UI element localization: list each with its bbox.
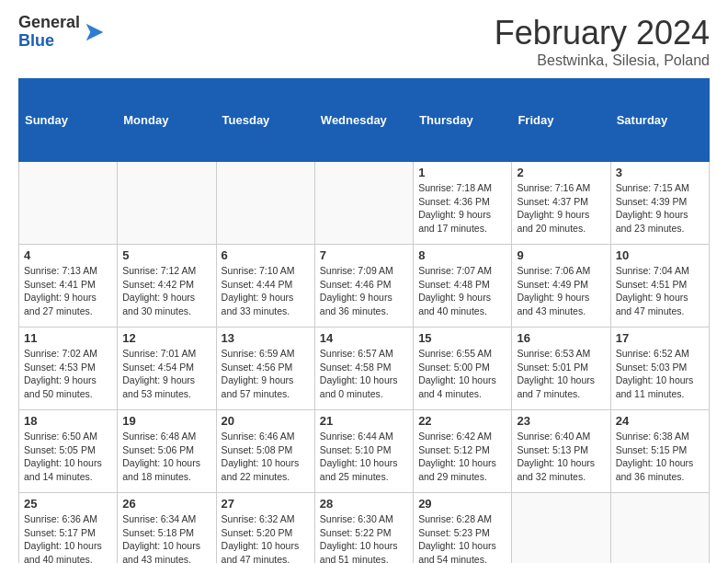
day-number: 13: [222, 331, 310, 345]
logo-general: General: [18, 14, 80, 32]
day-info: Sunrise: 6:53 AM Sunset: 5:01 PM Dayligh…: [517, 347, 605, 401]
day-number: 10: [616, 248, 704, 262]
calendar-week-row: 11Sunrise: 7:02 AM Sunset: 4:53 PM Dayli…: [19, 327, 710, 410]
day-number: 18: [24, 414, 112, 428]
day-info: Sunrise: 7:09 AM Sunset: 4:46 PM Dayligh…: [320, 264, 408, 318]
calendar-week-row: 18Sunrise: 6:50 AM Sunset: 5:05 PM Dayli…: [19, 410, 710, 493]
table-row: [610, 493, 709, 564]
day-number: 15: [418, 331, 506, 345]
day-info: Sunrise: 6:42 AM Sunset: 5:12 PM Dayligh…: [418, 430, 506, 484]
logo-blue: Blue: [18, 32, 80, 51]
weekday-thursday: Thursday: [414, 79, 512, 162]
day-number: 24: [616, 414, 704, 428]
calendar-header-row: Sunday Monday Tuesday Wednesday Thursday…: [19, 79, 710, 162]
table-row: 22Sunrise: 6:42 AM Sunset: 5:12 PM Dayli…: [414, 410, 512, 493]
day-number: 29: [418, 497, 506, 511]
day-info: Sunrise: 6:36 AM Sunset: 5:17 PM Dayligh…: [24, 512, 112, 563]
day-info: Sunrise: 7:15 AM Sunset: 4:39 PM Dayligh…: [616, 181, 704, 236]
calendar-week-row: 4Sunrise: 7:13 AM Sunset: 4:41 PM Daylig…: [19, 245, 710, 327]
table-row: 1Sunrise: 7:18 AM Sunset: 4:36 PM Daylig…: [414, 162, 512, 245]
title-block: February 2024 Bestwinka, Silesia, Poland: [495, 14, 710, 69]
day-number: 4: [24, 248, 112, 262]
table-row: 21Sunrise: 6:44 AM Sunset: 5:10 PM Dayli…: [314, 410, 413, 493]
day-number: 23: [517, 414, 605, 428]
table-row: 15Sunrise: 6:55 AM Sunset: 5:00 PM Dayli…: [414, 327, 512, 410]
weekday-saturday: Saturday: [610, 79, 709, 162]
day-info: Sunrise: 6:46 AM Sunset: 5:08 PM Dayligh…: [222, 430, 310, 484]
day-info: Sunrise: 7:01 AM Sunset: 4:54 PM Dayligh…: [122, 347, 210, 401]
day-info: Sunrise: 6:28 AM Sunset: 5:23 PM Dayligh…: [418, 512, 506, 563]
day-number: 17: [616, 331, 704, 345]
day-info: Sunrise: 7:06 AM Sunset: 4:49 PM Dayligh…: [517, 264, 605, 318]
day-info: Sunrise: 7:18 AM Sunset: 4:36 PM Dayligh…: [418, 181, 506, 236]
day-number: 11: [24, 331, 112, 345]
table-row: 23Sunrise: 6:40 AM Sunset: 5:13 PM Dayli…: [512, 410, 610, 493]
day-info: Sunrise: 7:02 AM Sunset: 4:53 PM Dayligh…: [24, 347, 112, 401]
table-row: 14Sunrise: 6:57 AM Sunset: 4:58 PM Dayli…: [314, 327, 413, 410]
day-number: 5: [122, 248, 210, 262]
location-subtitle: Bestwinka, Silesia, Poland: [495, 52, 710, 69]
day-info: Sunrise: 7:10 AM Sunset: 4:44 PM Dayligh…: [222, 264, 310, 318]
day-number: 1: [418, 166, 506, 179]
logo-text: General Blue: [18, 14, 80, 51]
day-info: Sunrise: 6:40 AM Sunset: 5:13 PM Dayligh…: [517, 430, 605, 484]
table-row: 9Sunrise: 7:06 AM Sunset: 4:49 PM Daylig…: [512, 245, 610, 327]
day-number: 8: [418, 248, 506, 262]
day-number: 25: [24, 497, 112, 511]
day-info: Sunrise: 6:32 AM Sunset: 5:20 PM Dayligh…: [222, 512, 310, 563]
table-row: 18Sunrise: 6:50 AM Sunset: 5:05 PM Dayli…: [19, 410, 118, 493]
table-row: 26Sunrise: 6:34 AM Sunset: 5:18 PM Dayli…: [118, 493, 216, 564]
calendar-week-row: 25Sunrise: 6:36 AM Sunset: 5:17 PM Dayli…: [19, 493, 710, 564]
day-info: Sunrise: 7:13 AM Sunset: 4:41 PM Dayligh…: [24, 264, 112, 318]
table-row: [19, 162, 118, 245]
logo-arrow-icon: [82, 19, 108, 45]
table-row: 13Sunrise: 6:59 AM Sunset: 4:56 PM Dayli…: [216, 327, 314, 410]
table-row: [512, 493, 610, 564]
day-number: 21: [320, 414, 408, 428]
day-number: 6: [222, 248, 310, 262]
day-info: Sunrise: 6:48 AM Sunset: 5:06 PM Dayligh…: [122, 430, 210, 484]
table-row: 3Sunrise: 7:15 AM Sunset: 4:39 PM Daylig…: [610, 162, 709, 245]
page-container: General Blue February 2024 Bestwinka, Si…: [0, 0, 728, 563]
day-info: Sunrise: 6:38 AM Sunset: 5:15 PM Dayligh…: [616, 430, 704, 484]
table-row: 17Sunrise: 6:52 AM Sunset: 5:03 PM Dayli…: [610, 327, 709, 410]
day-info: Sunrise: 6:50 AM Sunset: 5:05 PM Dayligh…: [24, 430, 112, 484]
day-info: Sunrise: 6:34 AM Sunset: 5:18 PM Dayligh…: [122, 512, 210, 563]
day-info: Sunrise: 6:57 AM Sunset: 4:58 PM Dayligh…: [320, 347, 408, 401]
table-row: 27Sunrise: 6:32 AM Sunset: 5:20 PM Dayli…: [216, 493, 314, 564]
day-info: Sunrise: 6:59 AM Sunset: 4:56 PM Dayligh…: [222, 347, 310, 401]
day-info: Sunrise: 7:12 AM Sunset: 4:42 PM Dayligh…: [122, 264, 210, 318]
weekday-wednesday: Wednesday: [314, 79, 413, 162]
table-row: 11Sunrise: 7:02 AM Sunset: 4:53 PM Dayli…: [19, 327, 118, 410]
weekday-tuesday: Tuesday: [216, 79, 314, 162]
page-header: General Blue February 2024 Bestwinka, Si…: [18, 14, 710, 69]
day-info: Sunrise: 7:07 AM Sunset: 4:48 PM Dayligh…: [418, 264, 506, 318]
calendar-week-row: 1Sunrise: 7:18 AM Sunset: 4:36 PM Daylig…: [19, 162, 710, 245]
table-row: 10Sunrise: 7:04 AM Sunset: 4:51 PM Dayli…: [610, 245, 709, 327]
day-number: 14: [320, 331, 408, 345]
day-info: Sunrise: 7:04 AM Sunset: 4:51 PM Dayligh…: [616, 264, 704, 318]
day-number: 26: [122, 497, 210, 511]
day-number: 20: [222, 414, 310, 428]
table-row: 28Sunrise: 6:30 AM Sunset: 5:22 PM Dayli…: [314, 493, 413, 564]
weekday-friday: Friday: [512, 79, 610, 162]
day-number: 19: [122, 414, 210, 428]
table-row: [314, 162, 413, 245]
table-row: 19Sunrise: 6:48 AM Sunset: 5:06 PM Dayli…: [118, 410, 216, 493]
table-row: 16Sunrise: 6:53 AM Sunset: 5:01 PM Dayli…: [512, 327, 610, 410]
table-row: 6Sunrise: 7:10 AM Sunset: 4:44 PM Daylig…: [216, 245, 314, 327]
table-row: 20Sunrise: 6:46 AM Sunset: 5:08 PM Dayli…: [216, 410, 314, 493]
day-number: 9: [517, 248, 605, 262]
weekday-sunday: Sunday: [19, 79, 118, 162]
table-row: 4Sunrise: 7:13 AM Sunset: 4:41 PM Daylig…: [19, 245, 118, 327]
table-row: 5Sunrise: 7:12 AM Sunset: 4:42 PM Daylig…: [118, 245, 216, 327]
day-number: 16: [517, 331, 605, 345]
table-row: 12Sunrise: 7:01 AM Sunset: 4:54 PM Dayli…: [118, 327, 216, 410]
day-info: Sunrise: 6:55 AM Sunset: 5:00 PM Dayligh…: [418, 347, 506, 401]
table-row: 29Sunrise: 6:28 AM Sunset: 5:23 PM Dayli…: [414, 493, 512, 564]
calendar-table: Sunday Monday Tuesday Wednesday Thursday…: [18, 78, 710, 563]
day-number: 22: [418, 414, 506, 428]
table-row: [118, 162, 216, 245]
table-row: 24Sunrise: 6:38 AM Sunset: 5:15 PM Dayli…: [610, 410, 709, 493]
day-info: Sunrise: 7:16 AM Sunset: 4:37 PM Dayligh…: [517, 181, 605, 236]
